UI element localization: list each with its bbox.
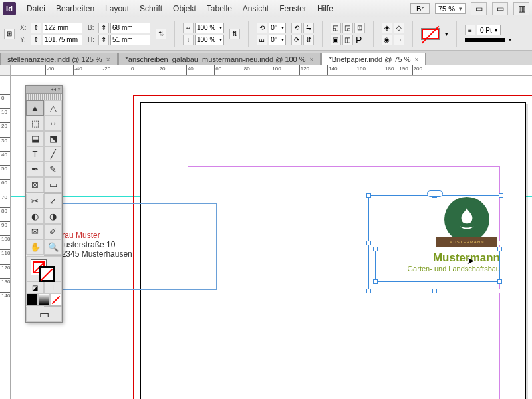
- note-tool[interactable]: ✉: [26, 224, 44, 239]
- apply-none-icon[interactable]: [50, 293, 62, 305]
- shear-select[interactable]: 0°: [269, 35, 286, 45]
- handle-icon[interactable]: [366, 193, 371, 198]
- content-placer-tool[interactable]: ⬔: [44, 131, 62, 146]
- close-icon[interactable]: ×: [106, 56, 110, 63]
- close-icon[interactable]: ×: [57, 86, 61, 92]
- free-transform-tool[interactable]: ⤢: [44, 194, 62, 209]
- select-next-icon[interactable]: ◇: [394, 23, 404, 33]
- hand-tool[interactable]: ✋: [26, 239, 44, 255]
- panel-grip[interactable]: [26, 94, 62, 100]
- stepper-icon[interactable]: ⇕: [98, 23, 109, 33]
- rectangle-frame-tool[interactable]: ⊠: [26, 177, 44, 192]
- panel-header[interactable]: ◂◂×: [26, 86, 62, 94]
- scale-x-select[interactable]: 100 %: [195, 23, 224, 33]
- stroke-weight-input[interactable]: 0 Pt▾: [477, 25, 501, 35]
- constrain-icon[interactable]: ⇅: [156, 29, 166, 39]
- x-label: X:: [20, 24, 29, 31]
- pencil-tool[interactable]: ✎: [44, 162, 62, 177]
- handle-icon[interactable]: [432, 289, 437, 293]
- menu-datei[interactable]: Datei: [21, 4, 51, 13]
- scale-y-select[interactable]: 100 %: [195, 35, 224, 45]
- stroke-swatch[interactable]: [39, 266, 55, 282]
- swatch-dropdown-icon[interactable]: ▾: [445, 31, 448, 37]
- fit-frame-icon[interactable]: ◲: [342, 23, 353, 33]
- screen-mode-button[interactable]: ▭: [492, 2, 508, 15]
- tab-anschreiben[interactable]: *anschreiben_galabau_mustermann-neu.indd…: [118, 53, 321, 65]
- frame-link-icon[interactable]: [427, 190, 443, 197]
- gradient-swatch-tool[interactable]: ◐: [26, 209, 44, 224]
- menu-layout[interactable]: Layout: [100, 4, 134, 13]
- fit-prop-icon[interactable]: ◫: [342, 35, 353, 45]
- apply-gradient-icon[interactable]: [38, 293, 50, 305]
- reference-point-icon[interactable]: ⊞: [4, 29, 15, 39]
- zoom-select[interactable]: 75 %: [435, 3, 466, 14]
- eyedropper-tool[interactable]: ✐: [44, 224, 62, 239]
- menu-ansicht[interactable]: Ansicht: [237, 4, 274, 13]
- x-input[interactable]: [43, 23, 82, 33]
- y-input[interactable]: [43, 35, 82, 45]
- vertical-ruler[interactable]: 0102030405060708090100110120130140: [0, 76, 11, 399]
- stroke-style-select[interactable]: [465, 38, 505, 42]
- select-content-icon[interactable]: ◉: [382, 35, 392, 45]
- handle-icon[interactable]: [366, 289, 371, 293]
- w-input[interactable]: [110, 23, 150, 33]
- tab-stellenanzeige[interactable]: stellenanzeige.indd @ 125 %×: [0, 53, 118, 65]
- fill-stroke-swatch[interactable]: [421, 28, 440, 40]
- stepper-icon[interactable]: ⇕: [98, 35, 109, 45]
- type-tool[interactable]: T: [26, 146, 44, 162]
- select-prev-icon[interactable]: ○: [394, 35, 404, 45]
- handle-icon[interactable]: [366, 241, 371, 245]
- formatting-text-icon[interactable]: T: [44, 281, 62, 293]
- collapse-icon[interactable]: ◂◂: [51, 86, 56, 92]
- fill-stroke-control[interactable]: [26, 256, 62, 281]
- rectangle-tool[interactable]: ▭: [44, 177, 62, 192]
- menu-schrift[interactable]: Schrift: [134, 4, 168, 13]
- rotate-cw-icon[interactable]: ⟳: [291, 35, 302, 45]
- handle-icon[interactable]: [373, 279, 378, 284]
- menu-hilfe[interactable]: Hilfe: [312, 4, 338, 13]
- handle-icon[interactable]: [499, 289, 503, 293]
- zoom-value: 75 %: [438, 5, 455, 13]
- view-mode-tool[interactable]: ▭: [26, 307, 62, 322]
- rotate-ccw-icon[interactable]: ⟲: [291, 23, 302, 33]
- tools-panel[interactable]: ◂◂× ▲ △ ⬚ ↔ ⬓ ⬔ T ╱ ✒ ✎ ⊠ ▭ ✂ ⤢ ◐ ◑ ✉ ✐ …: [25, 85, 63, 323]
- constrain-scale-icon[interactable]: ⇅: [229, 29, 240, 39]
- pen-tool[interactable]: ✒: [26, 162, 44, 177]
- fit-content-icon[interactable]: ◱: [331, 23, 341, 33]
- apply-color-icon[interactable]: [26, 293, 38, 305]
- page-tool[interactable]: ⬚: [26, 116, 44, 131]
- stepper-icon[interactable]: ⇕: [31, 35, 41, 45]
- formatting-container-icon[interactable]: ◪: [26, 281, 44, 293]
- stepper-icon[interactable]: ⇕: [31, 23, 41, 33]
- flip-v-icon[interactable]: ⇵: [303, 35, 314, 45]
- arrange-button[interactable]: ▥: [513, 2, 529, 15]
- content-collector-tool[interactable]: ⬓: [26, 131, 44, 146]
- close-icon[interactable]: ×: [415, 56, 419, 63]
- gap-tool[interactable]: ↔: [44, 116, 62, 131]
- menu-tabelle[interactable]: Tabelle: [201, 4, 237, 13]
- horizontal-ruler[interactable]: -60-40-20020406080100120140160180190200: [11, 65, 532, 76]
- menu-objekt[interactable]: Objekt: [168, 4, 201, 13]
- ruler-origin[interactable]: [0, 65, 11, 76]
- document-canvas[interactable]: Frau Muster Musterstraße 10 12345 Muster…: [11, 76, 532, 399]
- h-input[interactable]: [110, 35, 150, 45]
- tab-briefpapier[interactable]: *Briefpapier.indd @ 75 %×: [321, 53, 426, 65]
- scissors-tool[interactable]: ✂: [26, 194, 44, 209]
- handle-icon[interactable]: [497, 279, 502, 284]
- menu-fenster[interactable]: Fenster: [274, 4, 312, 13]
- view-mode-button[interactable]: ▭: [471, 2, 487, 15]
- gradient-feather-tool[interactable]: ◑: [44, 209, 62, 224]
- direct-selection-tool[interactable]: △: [44, 100, 62, 116]
- flip-h-icon[interactable]: ⇋: [303, 23, 314, 33]
- select-container-icon[interactable]: ◈: [382, 23, 392, 33]
- center-content-icon[interactable]: ⊡: [354, 23, 365, 33]
- zoom-tool[interactable]: 🔍: [44, 239, 62, 255]
- close-icon[interactable]: ×: [310, 56, 314, 63]
- selection-tool[interactable]: ▲: [26, 100, 44, 116]
- bridge-button[interactable]: Br: [410, 3, 430, 14]
- menu-bearbeiten[interactable]: Bearbeiten: [51, 4, 100, 13]
- address-text-frame[interactable]: Frau Muster Musterstraße 10 12345 Muster…: [47, 203, 217, 290]
- rotate-select[interactable]: 0°: [269, 23, 286, 33]
- line-tool[interactable]: ╱: [44, 146, 62, 162]
- fill-frame-icon[interactable]: ▣: [331, 35, 341, 45]
